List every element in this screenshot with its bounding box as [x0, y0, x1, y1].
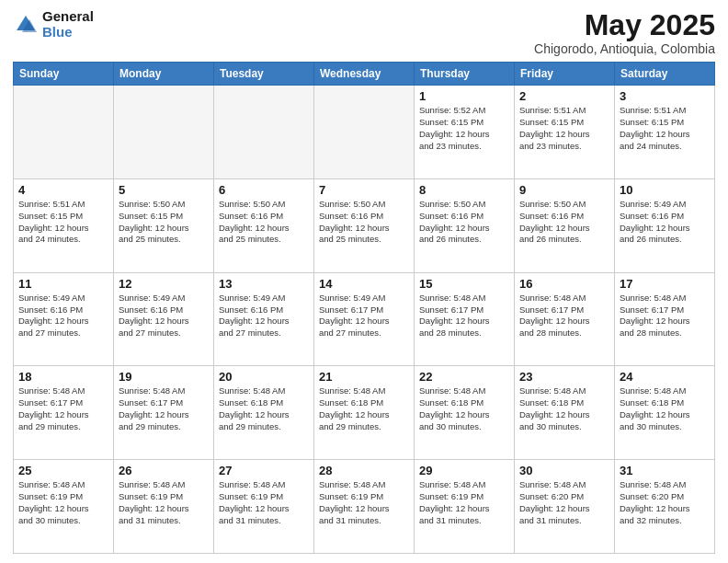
col-thursday: Thursday	[415, 63, 515, 86]
week-row-3: 11Sunrise: 5:49 AMSunset: 6:16 PMDayligh…	[14, 272, 715, 366]
page: General Blue May 2025 Chigorodo, Antioqu…	[0, 0, 728, 563]
day-number: 23	[519, 370, 609, 384]
table-row	[314, 86, 415, 179]
day-info: Sunrise: 5:48 AMSunset: 6:19 PMDaylight:…	[219, 479, 309, 526]
day-info: Sunrise: 5:48 AMSunset: 6:20 PMDaylight:…	[620, 479, 710, 526]
week-row-5: 25Sunrise: 5:48 AMSunset: 6:19 PMDayligh…	[14, 460, 715, 554]
col-friday: Friday	[515, 63, 615, 86]
col-tuesday: Tuesday	[214, 63, 314, 86]
col-wednesday: Wednesday	[314, 63, 415, 86]
day-number: 22	[419, 370, 509, 384]
day-info: Sunrise: 5:48 AMSunset: 6:17 PMDaylight:…	[18, 385, 108, 432]
day-info: Sunrise: 5:48 AMSunset: 6:18 PMDaylight:…	[620, 385, 710, 432]
calendar-table: Sunday Monday Tuesday Wednesday Thursday…	[13, 62, 715, 554]
day-info: Sunrise: 5:48 AMSunset: 6:19 PMDaylight:…	[419, 479, 509, 526]
table-row: 12Sunrise: 5:49 AMSunset: 6:16 PMDayligh…	[114, 272, 214, 366]
main-title: May 2025	[534, 9, 715, 41]
table-row: 18Sunrise: 5:48 AMSunset: 6:17 PMDayligh…	[14, 366, 114, 460]
table-row: 1Sunrise: 5:52 AMSunset: 6:15 PMDaylight…	[415, 86, 515, 179]
day-info: Sunrise: 5:49 AMSunset: 6:16 PMDaylight:…	[219, 293, 309, 339]
week-row-4: 18Sunrise: 5:48 AMSunset: 6:17 PMDayligh…	[14, 366, 715, 460]
day-info: Sunrise: 5:49 AMSunset: 6:16 PMDaylight:…	[18, 293, 108, 339]
header: General Blue May 2025 Chigorodo, Antioqu…	[13, 9, 715, 56]
day-number: 14	[319, 277, 409, 291]
day-info: Sunrise: 5:48 AMSunset: 6:18 PMDaylight:…	[219, 385, 309, 432]
table-row: 26Sunrise: 5:48 AMSunset: 6:19 PMDayligh…	[114, 460, 214, 554]
table-row: 31Sunrise: 5:48 AMSunset: 6:20 PMDayligh…	[615, 460, 715, 554]
day-number: 18	[18, 370, 108, 384]
table-row: 25Sunrise: 5:48 AMSunset: 6:19 PMDayligh…	[14, 460, 114, 554]
day-info: Sunrise: 5:49 AMSunset: 6:16 PMDaylight:…	[119, 293, 209, 339]
day-info: Sunrise: 5:51 AMSunset: 6:15 PMDaylight:…	[620, 105, 710, 152]
day-number: 13	[219, 277, 309, 291]
table-row: 4Sunrise: 5:51 AMSunset: 6:15 PMDaylight…	[14, 178, 114, 272]
table-row: 21Sunrise: 5:48 AMSunset: 6:18 PMDayligh…	[314, 366, 415, 460]
table-row: 22Sunrise: 5:48 AMSunset: 6:18 PMDayligh…	[415, 366, 515, 460]
table-row: 24Sunrise: 5:48 AMSunset: 6:18 PMDayligh…	[615, 366, 715, 460]
day-number: 20	[219, 370, 309, 384]
table-row	[214, 86, 314, 179]
day-info: Sunrise: 5:49 AMSunset: 6:16 PMDaylight:…	[620, 199, 710, 246]
day-number: 26	[119, 464, 209, 477]
logo-blue-text: Blue	[42, 25, 94, 40]
table-row: 10Sunrise: 5:49 AMSunset: 6:16 PMDayligh…	[615, 178, 715, 272]
title-section: May 2025 Chigorodo, Antioquia, Colombia	[534, 9, 715, 56]
day-number: 28	[319, 464, 409, 477]
day-number: 11	[18, 277, 108, 291]
table-row: 15Sunrise: 5:48 AMSunset: 6:17 PMDayligh…	[415, 272, 515, 366]
col-monday: Monday	[114, 63, 214, 86]
day-info: Sunrise: 5:48 AMSunset: 6:18 PMDaylight:…	[419, 385, 509, 432]
day-info: Sunrise: 5:48 AMSunset: 6:17 PMDaylight:…	[419, 293, 509, 339]
day-info: Sunrise: 5:48 AMSunset: 6:17 PMDaylight:…	[119, 385, 209, 432]
day-info: Sunrise: 5:50 AMSunset: 6:15 PMDaylight:…	[119, 199, 209, 246]
table-row: 8Sunrise: 5:50 AMSunset: 6:16 PMDaylight…	[415, 178, 515, 272]
table-row: 3Sunrise: 5:51 AMSunset: 6:15 PMDaylight…	[615, 86, 715, 179]
day-number: 31	[620, 464, 710, 477]
logo-general-text: General	[42, 9, 94, 25]
day-info: Sunrise: 5:49 AMSunset: 6:17 PMDaylight:…	[319, 293, 409, 339]
day-info: Sunrise: 5:48 AMSunset: 6:19 PMDaylight:…	[18, 479, 108, 526]
table-row: 28Sunrise: 5:48 AMSunset: 6:19 PMDayligh…	[314, 460, 415, 554]
table-row: 14Sunrise: 5:49 AMSunset: 6:17 PMDayligh…	[314, 272, 415, 366]
day-info: Sunrise: 5:48 AMSunset: 6:19 PMDaylight:…	[119, 479, 209, 526]
table-row: 11Sunrise: 5:49 AMSunset: 6:16 PMDayligh…	[14, 272, 114, 366]
day-number: 2	[519, 89, 609, 103]
week-row-2: 4Sunrise: 5:51 AMSunset: 6:15 PMDaylight…	[14, 178, 715, 272]
table-row: 13Sunrise: 5:49 AMSunset: 6:16 PMDayligh…	[214, 272, 314, 366]
table-row: 5Sunrise: 5:50 AMSunset: 6:15 PMDaylight…	[114, 178, 214, 272]
day-number: 21	[319, 370, 409, 384]
day-number: 5	[119, 183, 209, 197]
logo-icon	[13, 12, 39, 38]
day-number: 3	[620, 89, 710, 103]
day-info: Sunrise: 5:48 AMSunset: 6:17 PMDaylight:…	[620, 293, 710, 339]
week-row-1: 1Sunrise: 5:52 AMSunset: 6:15 PMDaylight…	[14, 86, 715, 179]
logo-text: General Blue	[42, 9, 94, 40]
calendar-header-row: Sunday Monday Tuesday Wednesday Thursday…	[14, 63, 715, 86]
day-number: 9	[519, 183, 609, 197]
day-info: Sunrise: 5:50 AMSunset: 6:16 PMDaylight:…	[319, 199, 409, 246]
day-info: Sunrise: 5:48 AMSunset: 6:18 PMDaylight:…	[319, 385, 409, 432]
table-row: 19Sunrise: 5:48 AMSunset: 6:17 PMDayligh…	[114, 366, 214, 460]
table-row: 2Sunrise: 5:51 AMSunset: 6:15 PMDaylight…	[515, 86, 615, 179]
col-saturday: Saturday	[615, 63, 715, 86]
day-number: 24	[620, 370, 710, 384]
day-info: Sunrise: 5:48 AMSunset: 6:18 PMDaylight:…	[519, 385, 609, 432]
day-number: 30	[519, 464, 609, 477]
day-info: Sunrise: 5:52 AMSunset: 6:15 PMDaylight:…	[419, 105, 509, 152]
day-number: 27	[219, 464, 309, 477]
day-number: 10	[620, 183, 710, 197]
table-row: 9Sunrise: 5:50 AMSunset: 6:16 PMDaylight…	[515, 178, 615, 272]
day-number: 16	[519, 277, 609, 291]
day-number: 19	[119, 370, 209, 384]
table-row: 7Sunrise: 5:50 AMSunset: 6:16 PMDaylight…	[314, 178, 415, 272]
table-row: 17Sunrise: 5:48 AMSunset: 6:17 PMDayligh…	[615, 272, 715, 366]
day-info: Sunrise: 5:51 AMSunset: 6:15 PMDaylight:…	[519, 105, 609, 152]
table-row: 29Sunrise: 5:48 AMSunset: 6:19 PMDayligh…	[415, 460, 515, 554]
table-row: 30Sunrise: 5:48 AMSunset: 6:20 PMDayligh…	[515, 460, 615, 554]
day-info: Sunrise: 5:48 AMSunset: 6:20 PMDaylight:…	[519, 479, 609, 526]
table-row: 16Sunrise: 5:48 AMSunset: 6:17 PMDayligh…	[515, 272, 615, 366]
day-info: Sunrise: 5:48 AMSunset: 6:17 PMDaylight:…	[519, 293, 609, 339]
day-number: 12	[119, 277, 209, 291]
day-number: 29	[419, 464, 509, 477]
day-info: Sunrise: 5:48 AMSunset: 6:19 PMDaylight:…	[319, 479, 409, 526]
